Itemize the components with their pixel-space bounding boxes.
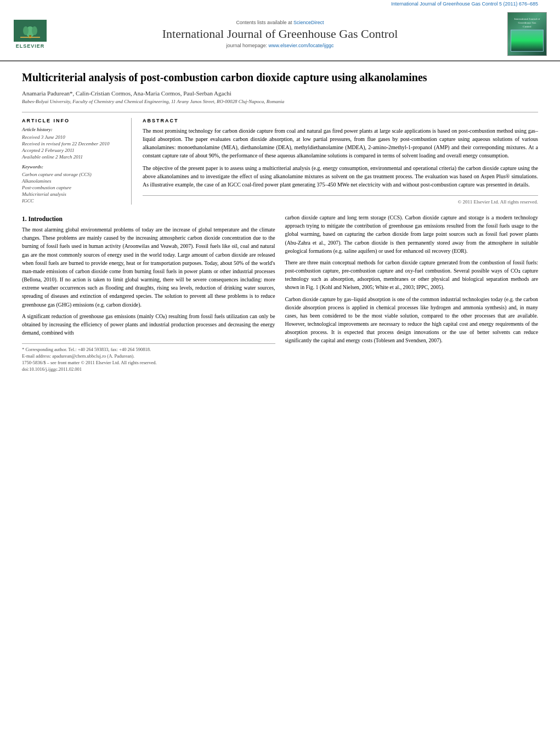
- footnote-doi: doi:10.1016/j.ijggc.2011.02.001: [22, 366, 275, 372]
- copyright-line: © 2011 Elsevier Ltd. All rights reserved…: [143, 195, 538, 205]
- journal-ref-bar: International Journal of Greenhouse Gas …: [0, 0, 560, 8]
- intro-paragraph-1: The most alarming global environmental p…: [22, 225, 275, 309]
- abstract-text: The most promising technology for carbon…: [143, 127, 538, 189]
- page-wrapper: International Journal of Greenhouse Gas …: [0, 0, 560, 741]
- article-info-column: ARTICLE INFO Article history: Received 3…: [22, 118, 132, 205]
- main-col-right: carbon dioxide capture and long term sto…: [285, 213, 539, 373]
- available-date: Available online 2 March 2011: [22, 154, 123, 160]
- elsevier-logo: ELSEVIER: [11, 12, 55, 56]
- footnote-email: E-mail address: apadurean@chem.ubbcluj.r…: [22, 353, 275, 359]
- keyword-5: IGCC: [22, 198, 123, 203]
- abstract-column: ABSTRACT The most promising technology f…: [143, 118, 538, 205]
- svg-point-2: [23, 26, 29, 35]
- right-paragraph-1: carbon dioxide capture and long term sto…: [285, 213, 539, 255]
- journal-ref-text: International Journal of Greenhouse Gas …: [391, 1, 538, 7]
- footnote-issn: 1750-5836/$ – see front matter © 2011 El…: [22, 360, 275, 365]
- footnote-area: * Corresponding author. Tel.: +40 264 59…: [22, 343, 275, 372]
- article-affiliation: Babes-Bolyai University, Faculty of Chem…: [22, 99, 538, 104]
- keyword-2: Alkanolamines: [22, 178, 123, 184]
- intro-heading: 1. Introduction: [22, 216, 275, 222]
- accepted-date: Accepted 2 February 2011: [22, 148, 123, 153]
- intro-paragraph-2: A significant reduction of greenhouse ga…: [22, 312, 275, 337]
- revised-date: Received in revised form 22 December 201…: [22, 141, 123, 146]
- keyword-4: Multicriterial analysis: [22, 191, 123, 197]
- right-paragraph-3: Carbon dioxide capture by gas–liquid abs…: [285, 295, 539, 345]
- thumb-image: International Journal ofGreenhouse GasCo…: [507, 12, 547, 56]
- elsevier-label: ELSEVIER: [16, 43, 45, 49]
- journal-header: ELSEVIER Contents lists available at Sci…: [0, 8, 560, 61]
- thumb-title-text: International Journal ofGreenhouse GasCo…: [511, 17, 544, 52]
- journal-main-title: International Journal of Greenhouse Gas …: [162, 27, 398, 41]
- article-body: Multicriterial analysis of post-combusti…: [0, 61, 560, 382]
- keywords-label: Keywords:: [22, 164, 123, 169]
- main-body: 1. Introduction The most alarming global…: [22, 213, 538, 373]
- article-title: Multicriterial analysis of post-combusti…: [22, 70, 538, 84]
- article-authors: Anamaria Padurean*, Calin-Cristian Cormo…: [22, 90, 538, 97]
- keyword-1: Carbon capture and storage (CCS): [22, 172, 123, 177]
- keyword-3: Post-combustion capture: [22, 185, 123, 190]
- journal-homepage: journal homepage: www.elsevier.com/locat…: [226, 43, 333, 48]
- article-info-abstract: ARTICLE INFO Article history: Received 3…: [22, 112, 538, 205]
- journal-title-block: Contents lists available at ScienceDirec…: [55, 12, 505, 56]
- svg-point-3: [32, 26, 37, 35]
- intro-text-right: carbon dioxide capture and long term sto…: [285, 213, 539, 345]
- sciencedirect-link[interactable]: ScienceDirect: [293, 20, 324, 25]
- footnote-corresponding: * Corresponding author. Tel.: +40 264 59…: [22, 347, 275, 352]
- article-info-label: ARTICLE INFO: [22, 118, 123, 123]
- received-date: Received 3 June 2010: [22, 134, 123, 140]
- abstract-label: ABSTRACT: [143, 118, 538, 123]
- elsevier-logo-box: [14, 20, 47, 42]
- journal-thumbnail: International Journal ofGreenhouse GasCo…: [505, 12, 549, 56]
- sciencedirect-text: Contents lists available at ScienceDirec…: [236, 20, 324, 25]
- abstract-paragraph-2: The objective of the present paper is to…: [143, 164, 538, 189]
- abstract-paragraph-1: The most promising technology for carbon…: [143, 127, 538, 160]
- history-label: Article history:: [22, 127, 123, 132]
- keywords-section: Keywords: Carbon capture and storage (CC…: [22, 164, 123, 203]
- intro-text-left: The most alarming global environmental p…: [22, 225, 275, 337]
- main-col-left: 1. Introduction The most alarming global…: [22, 213, 275, 373]
- svg-rect-5: [20, 37, 40, 38]
- right-paragraph-2: There are three main conceptual methods …: [285, 258, 539, 292]
- homepage-url[interactable]: www.elsevier.com/locate/ijggc: [269, 43, 334, 48]
